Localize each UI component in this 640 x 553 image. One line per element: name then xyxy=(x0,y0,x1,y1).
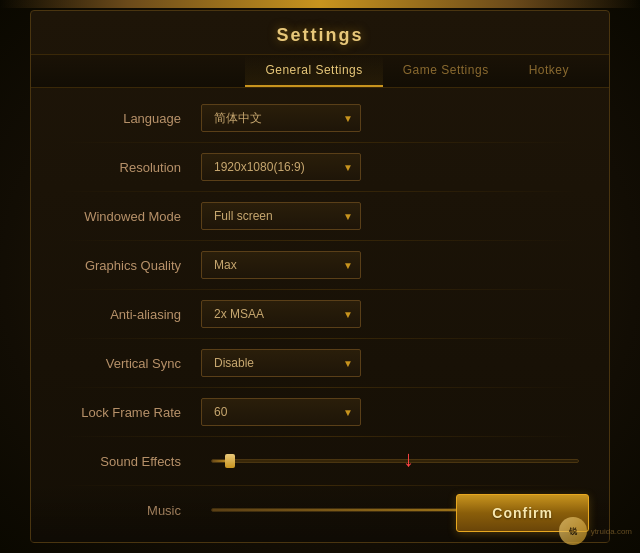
panel-title: Settings xyxy=(31,11,609,55)
graphics-quality-row: Graphics Quality Max High Medium Low ▼ xyxy=(31,243,609,287)
divider-7 xyxy=(61,436,579,437)
bottom-bar: Confirm xyxy=(31,484,609,542)
windowed-mode-label: Windowed Mode xyxy=(61,209,201,224)
sound-effects-slider-thumb[interactable] xyxy=(225,454,235,468)
windowed-mode-select-wrapper: Full screen Windowed Borderless ▼ xyxy=(201,202,361,230)
anti-aliasing-select[interactable]: 2x MSAA 4x MSAA Off xyxy=(201,300,361,328)
lock-frame-rate-select-wrapper: 60 30 120 Unlimited ▼ xyxy=(201,398,361,426)
resolution-label: Resolution xyxy=(61,160,201,175)
settings-panel: Settings General Settings Game Settings … xyxy=(30,10,610,543)
lock-frame-rate-select[interactable]: 60 30 120 Unlimited xyxy=(201,398,361,426)
vertical-sync-label: Vertical Sync xyxy=(61,356,201,371)
graphics-quality-select[interactable]: Max High Medium Low xyxy=(201,251,361,279)
language-label: Language xyxy=(61,111,201,126)
divider-3 xyxy=(61,240,579,241)
watermark: 锐 ytruida.com xyxy=(559,517,632,545)
divider-4 xyxy=(61,289,579,290)
graphics-quality-select-wrapper: Max High Medium Low ▼ xyxy=(201,251,361,279)
divider-1 xyxy=(61,142,579,143)
language-row: Language 简体中文 English 繁體中文 ▼ xyxy=(31,96,609,140)
sound-effects-slider-track[interactable] xyxy=(211,459,579,463)
vertical-sync-row: Vertical Sync Disable Enable ▼ xyxy=(31,341,609,385)
resolution-select-wrapper: 1920x1080(16:9) 1280x720(16:9) 2560x1440… xyxy=(201,153,361,181)
lock-frame-rate-row: Lock Frame Rate 60 30 120 Unlimited ▼ xyxy=(31,390,609,434)
resolution-row: Resolution 1920x1080(16:9) 1280x720(16:9… xyxy=(31,145,609,189)
resolution-select[interactable]: 1920x1080(16:9) 1280x720(16:9) 2560x1440… xyxy=(201,153,361,181)
divider-6 xyxy=(61,387,579,388)
tab-game-settings[interactable]: Game Settings xyxy=(383,55,509,87)
vertical-sync-select[interactable]: Disable Enable xyxy=(201,349,361,377)
anti-aliasing-label: Anti-aliasing xyxy=(61,307,201,322)
sound-effects-label: Sound Effects xyxy=(61,454,201,469)
graphics-quality-label: Graphics Quality xyxy=(61,258,201,273)
windowed-mode-row: Windowed Mode Full screen Windowed Borde… xyxy=(31,194,609,238)
sound-effects-row: Sound Effects xyxy=(31,439,609,483)
watermark-logo: 锐 xyxy=(559,517,587,545)
language-select[interactable]: 简体中文 English 繁體中文 xyxy=(201,104,361,132)
divider-5 xyxy=(61,338,579,339)
windowed-mode-select[interactable]: Full screen Windowed Borderless xyxy=(201,202,361,230)
anti-aliasing-select-wrapper: 2x MSAA 4x MSAA Off ▼ xyxy=(201,300,361,328)
sound-effects-slider-container xyxy=(201,459,579,463)
anti-aliasing-row: Anti-aliasing 2x MSAA 4x MSAA Off ▼ xyxy=(31,292,609,336)
tab-general-settings[interactable]: General Settings xyxy=(245,55,382,87)
tab-hotkey[interactable]: Hotkey xyxy=(509,55,589,87)
vertical-sync-select-wrapper: Disable Enable ▼ xyxy=(201,349,361,377)
arrow-indicator: ↓ xyxy=(403,446,414,472)
language-select-wrapper: 简体中文 English 繁體中文 ▼ xyxy=(201,104,361,132)
watermark-text: ytruida.com xyxy=(591,527,632,536)
tab-bar: General Settings Game Settings Hotkey xyxy=(31,55,609,88)
lock-frame-rate-label: Lock Frame Rate xyxy=(61,405,201,420)
settings-content: Language 简体中文 English 繁體中文 ▼ Resolution … xyxy=(31,88,609,528)
divider-2 xyxy=(61,191,579,192)
